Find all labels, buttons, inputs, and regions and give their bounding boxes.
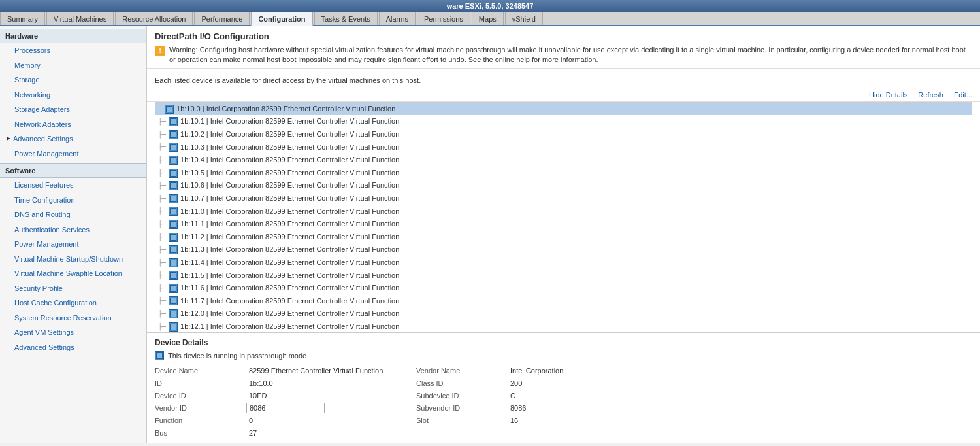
device-row[interactable]: ├─1b:10.6 | Intel Corporation 82599 Ethe… bbox=[155, 179, 972, 192]
passthrough-text: This device is running in passthrough mo… bbox=[168, 352, 306, 360]
device-icon bbox=[169, 130, 178, 139]
label-function: Function bbox=[155, 415, 246, 426]
device-details: Device Details This device is running in… bbox=[147, 332, 980, 443]
device-label: 1b:10.2 | Intel Corporation 82599 Ethern… bbox=[180, 129, 399, 141]
value-device-name: 82599 Ethernet Controller Virtual Functi… bbox=[246, 366, 416, 376]
label-vendor-id: Vendor ID bbox=[155, 403, 246, 413]
device-row[interactable]: ├─1b:10.4 | Intel Corporation 82599 Ethe… bbox=[155, 154, 972, 167]
sidebar-item-networking[interactable]: Networking bbox=[0, 88, 146, 103]
device-row[interactable]: ├─1b:11.0 | Intel Corporation 82599 Ethe… bbox=[155, 205, 972, 218]
device-row[interactable]: ├─1b:10.1 | Intel Corporation 82599 Ethe… bbox=[155, 115, 972, 128]
tree-lines: ├─ bbox=[158, 258, 166, 268]
sidebar-item-vm-startup[interactable]: Virtual Machine Startup/Shutdown bbox=[0, 252, 146, 267]
label-slot: Slot bbox=[416, 415, 508, 426]
device-icon bbox=[169, 233, 178, 242]
sidebar-item-memory[interactable]: Memory bbox=[0, 58, 146, 73]
tree-lines: ├─ bbox=[158, 194, 166, 204]
sidebar-item-system-resource[interactable]: System Resource Reservation bbox=[0, 311, 146, 326]
info-text: Each listed device is available for dire… bbox=[147, 73, 980, 88]
device-icon bbox=[169, 309, 178, 318]
device-row[interactable]: ├─1b:11.4 | Intel Corporation 82599 Ethe… bbox=[155, 256, 972, 269]
tab-virtual-machines[interactable]: Virtual Machines bbox=[46, 12, 114, 25]
sidebar-item-vm-swapfile[interactable]: Virtual Machine Swapfile Location bbox=[0, 266, 146, 281]
device-row[interactable]: ├─1b:10.2 | Intel Corporation 82599 Ethe… bbox=[155, 128, 972, 141]
device-label: 1b:11.7 | Intel Corporation 82599 Ethern… bbox=[180, 296, 399, 307]
tab-alarms[interactable]: Alarms bbox=[379, 12, 416, 25]
device-row[interactable]: ─1b:10.0 | Intel Corporation 82599 Ether… bbox=[155, 103, 972, 116]
label-subdevice-id: Subdevice ID bbox=[416, 390, 508, 401]
sidebar-item-security-profile[interactable]: Security Profile bbox=[0, 281, 146, 296]
device-row[interactable]: ├─1b:11.1 | Intel Corporation 82599 Ethe… bbox=[155, 218, 972, 231]
tree-lines: ├─ bbox=[158, 206, 166, 216]
warning-box: ! Warning: Configuring host hardware wit… bbox=[155, 45, 972, 65]
device-row[interactable]: ├─1b:11.3 | Intel Corporation 82599 Ethe… bbox=[155, 243, 972, 256]
sidebar-item-licensed-features[interactable]: Licensed Features bbox=[0, 178, 146, 193]
value-slot: 16 bbox=[508, 415, 638, 426]
sidebar-item-advanced-settings-sw[interactable]: Advanced Settings bbox=[0, 340, 146, 355]
device-label: 1b:11.0 | Intel Corporation 82599 Ethern… bbox=[180, 206, 399, 218]
tab-summary[interactable]: Summary bbox=[0, 12, 45, 25]
tab-maps[interactable]: Maps bbox=[472, 12, 504, 25]
sidebar: Hardware ProcessorsMemoryStorageNetworki… bbox=[0, 26, 147, 443]
tab-tasks-events[interactable]: Tasks & Events bbox=[314, 12, 378, 25]
title-bar: ware ESXi, 5.5.0, 3248547 bbox=[0, 0, 980, 12]
tree-lines: ├─ bbox=[158, 155, 166, 165]
tree-lines: ├─ bbox=[158, 116, 166, 127]
device-details-title: Device Details bbox=[155, 338, 972, 347]
device-row[interactable]: ├─1b:12.1 | Intel Corporation 82599 Ethe… bbox=[155, 320, 972, 332]
device-label: 1b:10.5 | Intel Corporation 82599 Ethern… bbox=[180, 167, 399, 179]
device-list[interactable]: ─1b:10.0 | Intel Corporation 82599 Ether… bbox=[155, 102, 972, 332]
device-icon bbox=[169, 284, 178, 293]
tab-configuration[interactable]: Configuration bbox=[251, 12, 312, 26]
sidebar-item-network-adapters[interactable]: Network Adapters bbox=[0, 117, 146, 132]
device-row[interactable]: ├─1b:11.5 | Intel Corporation 82599 Ethe… bbox=[155, 269, 972, 283]
tab-resource-allocation[interactable]: Resource Allocation bbox=[115, 12, 193, 25]
device-icon bbox=[169, 258, 178, 267]
tab-vshield[interactable]: vShield bbox=[505, 12, 543, 25]
label-id: ID bbox=[155, 378, 246, 388]
device-row[interactable]: ├─1b:10.7 | Intel Corporation 82599 Ethe… bbox=[155, 192, 972, 205]
sidebar-item-agent-vm[interactable]: Agent VM Settings bbox=[0, 325, 146, 340]
sidebar-item-power-management-sw[interactable]: Power Management bbox=[0, 237, 146, 252]
device-row[interactable]: ├─1b:11.2 | Intel Corporation 82599 Ethe… bbox=[155, 231, 972, 244]
device-label: 1b:11.6 | Intel Corporation 82599 Ethern… bbox=[180, 283, 399, 294]
device-label: 1b:11.2 | Intel Corporation 82599 Ethern… bbox=[180, 232, 399, 243]
refresh-link[interactable]: Refresh bbox=[918, 91, 943, 99]
device-label: 1b:10.7 | Intel Corporation 82599 Ethern… bbox=[180, 193, 399, 205]
tree-lines: ─ bbox=[158, 104, 162, 114]
content-title: DirectPath I/O Configuration bbox=[155, 31, 972, 41]
device-row[interactable]: ├─1b:10.5 | Intel Corporation 82599 Ethe… bbox=[155, 167, 972, 180]
details-grid: Device Name 82599 Ethernet Controller Vi… bbox=[155, 366, 972, 438]
device-icon bbox=[169, 156, 178, 165]
tab-performance[interactable]: Performance bbox=[194, 12, 250, 25]
tree-lines: ├─ bbox=[158, 219, 166, 230]
passthrough-row: This device is running in passthrough mo… bbox=[155, 351, 972, 360]
hardware-section-header: Hardware bbox=[0, 29, 146, 43]
sidebar-item-dns-routing[interactable]: DNS and Routing bbox=[0, 207, 146, 222]
sidebar-item-advanced-settings[interactable]: ▶Advanced Settings bbox=[0, 131, 146, 146]
device-icon bbox=[165, 105, 174, 114]
device-row[interactable]: ├─1b:11.7 | Intel Corporation 82599 Ethe… bbox=[155, 295, 972, 308]
sidebar-item-power-management[interactable]: Power Management bbox=[0, 146, 146, 162]
sidebar-item-authentication-services[interactable]: Authentication Services bbox=[0, 222, 146, 237]
device-row[interactable]: ├─1b:10.3 | Intel Corporation 82599 Ethe… bbox=[155, 141, 972, 154]
device-icon bbox=[169, 194, 178, 203]
device-icon bbox=[169, 296, 178, 305]
tree-lines: ├─ bbox=[158, 245, 166, 255]
sidebar-item-processors[interactable]: Processors bbox=[0, 43, 146, 58]
sidebar-item-storage-adapters[interactable]: Storage Adapters bbox=[0, 102, 146, 117]
warning-icon: ! bbox=[155, 46, 165, 56]
device-row[interactable]: ├─1b:12.0 | Intel Corporation 82599 Ethe… bbox=[155, 307, 972, 320]
device-list-container: ─1b:10.0 | Intel Corporation 82599 Ether… bbox=[147, 102, 980, 332]
tab-permissions[interactable]: Permissions bbox=[417, 12, 470, 25]
device-label: 1b:12.0 | Intel Corporation 82599 Ethern… bbox=[180, 308, 399, 320]
device-row[interactable]: ├─1b:11.6 | Intel Corporation 82599 Ethe… bbox=[155, 282, 972, 295]
device-label: 1b:11.3 | Intel Corporation 82599 Ethern… bbox=[180, 244, 399, 256]
value-vendor-id[interactable]: 8086 bbox=[246, 403, 325, 413]
sidebar-item-host-cache[interactable]: Host Cache Configuration bbox=[0, 296, 146, 311]
sidebar-item-time-configuration[interactable]: Time Configuration bbox=[0, 193, 146, 208]
edit-link[interactable]: Edit... bbox=[954, 91, 972, 99]
sidebar-item-storage[interactable]: Storage bbox=[0, 73, 146, 88]
hide-details-link[interactable]: Hide Details bbox=[869, 91, 907, 99]
value-vendor-name: Intel Corporation bbox=[508, 366, 638, 376]
